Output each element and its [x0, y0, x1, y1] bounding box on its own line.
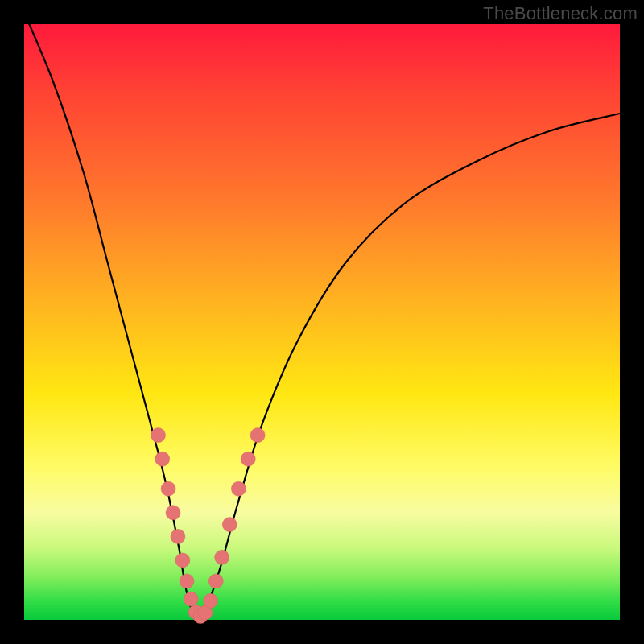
data-marker: [166, 506, 180, 520]
data-marker: [161, 481, 175, 496]
data-marker: [171, 529, 185, 543]
marker-group: [151, 428, 266, 624]
data-marker: [204, 593, 218, 608]
chart-frame: TheBottleneck.com: [0, 0, 644, 644]
data-marker: [250, 428, 265, 443]
data-marker: [184, 592, 198, 606]
watermark-text: TheBottleneck.com: [483, 3, 638, 24]
curve-svg: [24, 24, 620, 620]
bottleneck-curve-path: [24, 12, 620, 617]
data-marker: [180, 574, 194, 588]
data-marker: [155, 452, 170, 466]
data-marker: [151, 428, 166, 443]
data-marker: [241, 452, 255, 466]
data-marker: [175, 553, 190, 568]
data-marker: [208, 574, 223, 588]
plot-area: [24, 24, 620, 620]
data-marker: [231, 481, 246, 496]
data-marker: [215, 550, 229, 564]
data-marker: [222, 518, 237, 532]
